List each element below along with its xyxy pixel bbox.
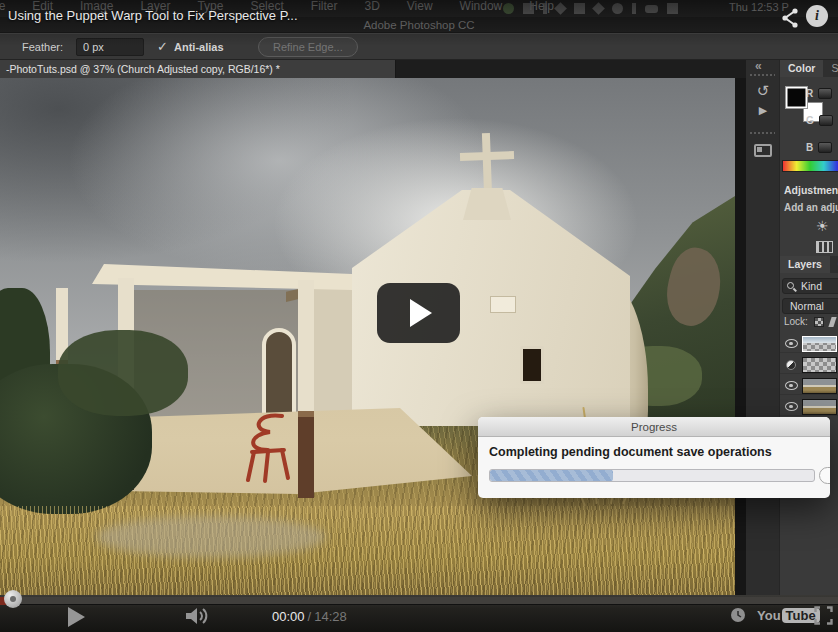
lock-transparency-icon[interactable] (814, 317, 824, 327)
r-slider-well[interactable] (818, 88, 832, 99)
grip-handle[interactable] (750, 74, 775, 76)
progress-dialog: Progress Completing pending document sav… (478, 417, 830, 498)
refine-edge-button[interactable]: Refine Edge... (258, 37, 358, 57)
document-tab[interactable]: -PhotoTuts.psd @ 37% (Church Adjusted co… (0, 60, 396, 78)
volume-menu-icon[interactable] (667, 3, 678, 14)
tab-channels[interactable]: Channels (830, 256, 838, 273)
menu-file[interactable]: File (0, 0, 5, 16)
layer-thumbnail[interactable] (802, 357, 837, 373)
current-time: 00:00 (272, 609, 305, 624)
progress-message: Completing pending document save operati… (489, 445, 772, 459)
adjustment-clip-icon[interactable] (786, 360, 796, 370)
ink-drop-icon[interactable] (543, 3, 547, 14)
blurred-patch (96, 516, 326, 558)
layer-row[interactable] (780, 376, 838, 395)
timeline-panel-icon[interactable] (754, 144, 772, 157)
pointer-icon[interactable] (554, 2, 567, 15)
big-play-button[interactable] (377, 283, 460, 343)
check-icon[interactable]: ✓ (157, 39, 168, 54)
feather-label: Feather: (22, 41, 63, 53)
stop-button[interactable] (819, 467, 830, 484)
search-icon (787, 282, 794, 289)
document-tab-label: -PhotoTuts.psd @ 37% (Church Adjusted co… (0, 60, 395, 78)
tab-color[interactable]: Color (780, 60, 823, 77)
layer-row[interactable] (780, 334, 838, 353)
adjustments-subheader: Add an adjustment (784, 202, 838, 213)
lock-label: Lock: (784, 316, 808, 327)
color-spectrum-ramp[interactable] (782, 160, 838, 172)
wrench-icon[interactable] (574, 3, 585, 14)
b-slider-well[interactable] (818, 142, 832, 153)
tab-layers[interactable]: Layers (780, 256, 830, 273)
time-separator: / (305, 609, 315, 624)
history-panel-icon[interactable]: ↺ (746, 82, 780, 100)
layer-filter-value: Kind (801, 280, 822, 292)
app-icon[interactable] (503, 3, 514, 14)
grip-handle[interactable] (750, 132, 775, 134)
layer-filter-dropdown[interactable]: Kind (782, 278, 838, 294)
levels-adjustment-icon[interactable] (816, 241, 833, 253)
small-window (520, 346, 544, 384)
progress-dialog-title-bar[interactable]: Progress (478, 417, 830, 437)
tool-options-bar: Feather: ✓ Anti-alias Refine Edge... (0, 33, 838, 60)
menu-view[interactable]: View (407, 0, 433, 16)
layers-panel-tabs: Layers Channels (780, 256, 838, 273)
brightness-adjustment-icon[interactable]: ☀ (816, 218, 829, 234)
menu-filter[interactable]: Filter (311, 0, 338, 16)
channel-row-b: B (806, 142, 832, 153)
volume-icon[interactable] (184, 606, 212, 626)
foreground-color-swatch[interactable] (785, 86, 808, 109)
dropbox-icon[interactable] (523, 3, 534, 14)
g-slider-well[interactable] (819, 115, 833, 126)
youtube-logo-you: You (757, 608, 781, 623)
bluetooth-icon[interactable] (632, 3, 636, 14)
progress-bar-fill (490, 470, 613, 481)
document-tab-bar: -PhotoTuts.psd @ 37% (Church Adjusted co… (0, 60, 746, 78)
collapse-panels-icon[interactable]: « (755, 59, 760, 73)
lock-pixels-icon[interactable] (828, 317, 836, 327)
blend-mode-dropdown[interactable]: Normal (782, 298, 838, 314)
fullscreen-icon[interactable] (814, 606, 833, 625)
foreground-grass (0, 506, 735, 595)
canvas-gutter (735, 78, 746, 595)
layer-thumbnail[interactable] (802, 378, 837, 394)
video-title[interactable]: Using the Puppet Warp Tool to Fix Perspe… (8, 8, 298, 23)
play-icon (410, 299, 432, 327)
channel-g-label: G (806, 115, 814, 126)
anti-alias-label[interactable]: Anti-alias (174, 41, 224, 53)
wifi-icon[interactable] (645, 5, 658, 13)
layer-visibility-icon[interactable] (785, 339, 798, 348)
menu-window[interactable]: Window (460, 0, 503, 16)
layer-visibility-icon[interactable] (785, 381, 798, 390)
feather-input[interactable] (76, 38, 144, 56)
seek-handle[interactable] (4, 590, 22, 608)
layer-row[interactable] (780, 355, 838, 374)
blend-mode-value: Normal (790, 300, 824, 312)
tab-swatches[interactable]: Swatches (823, 60, 838, 77)
red-chair (238, 410, 298, 484)
time-machine-icon[interactable] (612, 3, 623, 14)
layer-thumbnail[interactable] (802, 399, 837, 415)
canvas-area[interactable] (0, 78, 746, 595)
left-bush (58, 330, 188, 416)
info-icon[interactable]: i (806, 5, 828, 27)
seek-bar[interactable] (0, 597, 838, 605)
youtube-logo[interactable]: YouTube (757, 608, 820, 623)
layer-row[interactable] (780, 397, 838, 416)
actions-panel-icon[interactable]: ▶ (746, 104, 780, 117)
layer-visibility-icon[interactable] (785, 402, 798, 411)
adjustments-header: Adjustments (784, 184, 838, 196)
menu-3d[interactable]: 3D (364, 0, 379, 16)
menu-status-icons (503, 3, 678, 14)
layer-thumbnail[interactable] (802, 336, 837, 352)
channel-r-label: R (806, 88, 813, 99)
church-photo (0, 78, 735, 595)
youtube-player: File Edit Image Layer Type Select Filter… (0, 0, 838, 632)
facade-plaque (490, 296, 516, 313)
lock-row: Lock: (784, 316, 835, 327)
progress-bar (489, 469, 815, 482)
bolt-icon[interactable] (592, 2, 605, 15)
play-button[interactable] (68, 607, 85, 627)
watch-later-icon[interactable] (730, 607, 746, 623)
share-icon[interactable] (780, 8, 800, 28)
